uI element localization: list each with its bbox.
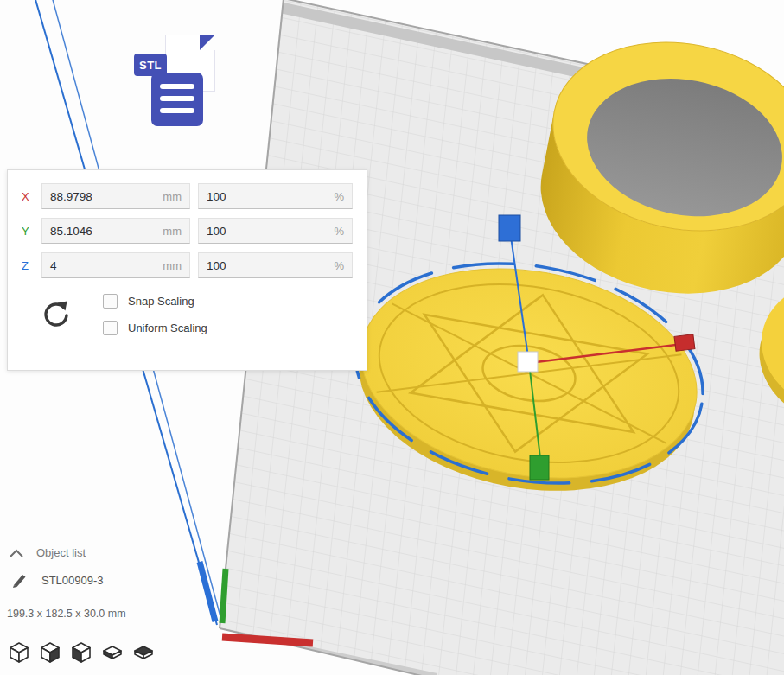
scale-row-z: Z 4 mm 100 % [22, 252, 353, 278]
page-fold-corner [200, 35, 215, 50]
object-name: STL00909-3 [41, 574, 104, 587]
scale-z-percent-field[interactable]: 100 % [198, 252, 353, 278]
view-left-icon[interactable] [100, 640, 124, 664]
scale-row-y: Y 85.1046 mm 100 % [22, 218, 353, 244]
scale-x-percent-value: 100 [207, 190, 226, 203]
view-right-icon[interactable] [131, 640, 156, 664]
scale-options: Snap Scaling Uniform Scaling [8, 294, 367, 335]
scale-x-mm-field[interactable]: 88.9798 mm [41, 183, 190, 209]
pencil-icon [12, 572, 28, 588]
stl-badge: STL [134, 54, 167, 76]
object-list-header[interactable]: Object list [9, 546, 86, 559]
scale-z-mm-field[interactable]: 4 mm [41, 252, 190, 278]
scale-z-mm-value: 4 [50, 259, 57, 272]
scale-x-mm-unit: mm [163, 190, 182, 203]
viewport-3d[interactable]: STL X 88.9798 mm 100 % Y 85.1046 mm 100 … [0, 0, 784, 675]
scale-tool-panel: X 88.9798 mm 100 % Y 85.1046 mm 100 % Z [7, 169, 367, 371]
uniform-scaling-option[interactable]: Uniform Scaling [103, 321, 207, 335]
object-dimensions: 199.3 x 182.5 x 30.0 mm [7, 608, 126, 620]
uniform-scaling-label: Uniform Scaling [128, 322, 207, 334]
object-list-item[interactable]: STL00909-3 [12, 572, 104, 588]
snap-scaling-checkbox[interactable] [103, 294, 118, 309]
scale-y-percent-value: 100 [207, 225, 226, 238]
axis-z-label: Z [22, 259, 34, 272]
gizmo-y-handle[interactable] [530, 455, 549, 480]
scale-x-percent-unit: % [334, 190, 344, 203]
stl-file-icon[interactable]: STL [134, 33, 217, 128]
scale-y-mm-field[interactable]: 85.1046 mm [41, 218, 190, 244]
object-list-title: Object list [36, 546, 86, 559]
scale-y-percent-field[interactable]: 100 % [198, 218, 353, 244]
gizmo-center-handle[interactable] [518, 352, 538, 372]
scale-x-percent-field[interactable]: 100 % [198, 183, 353, 209]
chevron-up-icon [9, 548, 24, 558]
scale-z-mm-unit: mm [163, 259, 182, 272]
scale-y-mm-value: 85.1046 [50, 225, 92, 238]
gizmo-x-handle[interactable] [674, 334, 695, 352]
view-mode-toolbar [7, 640, 156, 664]
scale-y-mm-unit: mm [163, 225, 182, 238]
scale-z-percent-value: 100 [207, 259, 226, 272]
view-top-icon[interactable] [69, 640, 93, 664]
gizmo-z-handle[interactable] [499, 215, 520, 241]
snap-scaling-option[interactable]: Snap Scaling [103, 294, 207, 309]
snap-scaling-label: Snap Scaling [128, 295, 194, 308]
scale-x-mm-value: 88.9798 [50, 190, 92, 203]
reset-scale-button[interactable] [8, 299, 103, 330]
scale-z-percent-unit: % [334, 259, 344, 272]
file-lines-shape [151, 73, 203, 126]
view-front-icon[interactable] [38, 640, 62, 664]
view-3d-icon[interactable] [7, 640, 31, 664]
uniform-scaling-checkbox[interactable] [103, 321, 118, 335]
scale-row-x: X 88.9798 mm 100 % [22, 183, 353, 209]
reset-arrow-icon [40, 299, 71, 330]
axis-y-label: Y [22, 225, 34, 238]
scale-y-percent-unit: % [334, 225, 344, 238]
axis-x-label: X [22, 190, 34, 203]
